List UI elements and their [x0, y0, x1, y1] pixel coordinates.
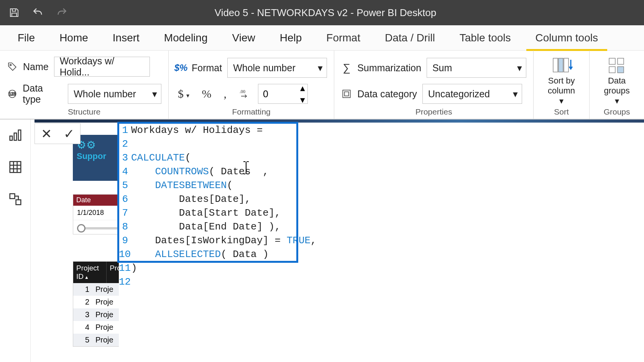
slicer-header: Date [73, 195, 126, 206]
code-line[interactable]: 6 Dates[Date], [119, 192, 644, 206]
undo-button[interactable] [31, 6, 44, 19]
sigma-icon: ∑ [341, 62, 352, 73]
menu-tabletools[interactable]: Table tools [447, 25, 523, 50]
chevron-down-icon: ▾ [513, 88, 518, 100]
group-label-sort: Sort [540, 107, 582, 119]
ribbon-group-formatting: $% Format Whole number ▾ $ ▾ % , .00 [169, 51, 334, 119]
svg-rect-14 [10, 136, 12, 140]
code-line[interactable]: 5 DATESBETWEEN( [119, 179, 644, 192]
canvas-area: ⚙⚙ Suppor Date 1/1/2018 Project ID▲ Proj… [0, 120, 644, 362]
svg-rect-6 [345, 92, 349, 96]
menu-format[interactable]: Format [314, 25, 373, 50]
line-number: 3 [119, 151, 131, 165]
menu-insert[interactable]: Insert [100, 25, 152, 50]
code-line[interactable]: 2 [119, 137, 644, 151]
menu-modeling[interactable]: Modeling [152, 25, 220, 50]
currency-button[interactable]: $ ▾ [176, 87, 192, 101]
table-row[interactable]: 1Proje [73, 283, 126, 296]
group-label-groups: Groups [596, 107, 637, 119]
table-row[interactable]: 3Proje [73, 308, 126, 321]
table-row[interactable]: 4Proje [73, 321, 126, 334]
slider-thumb[interactable] [77, 224, 85, 233]
chevron-down-icon: ▾ [318, 62, 323, 74]
line-number: 5 [119, 179, 131, 192]
code-line[interactable]: 1Workdays w/ Holidays = [119, 123, 644, 137]
svg-rect-8 [559, 58, 563, 72]
svg-rect-7 [553, 58, 558, 72]
menu-view[interactable]: View [220, 25, 268, 50]
menubar: File Home Insert Modeling View Help Form… [0, 25, 644, 51]
code-line[interactable]: 10 ALLSELECTED( Data ) [119, 247, 644, 261]
format-icon: $% [176, 62, 186, 73]
redo-button[interactable] [55, 6, 68, 19]
code-text: Dates[IsWorkingDay] = TRUE, [131, 234, 317, 247]
save-button[interactable] [8, 6, 21, 19]
ribbon-group-sort: Sort by column ▾ Sort [534, 51, 590, 119]
code-line[interactable]: 9 Dates[IsWorkingDay] = TRUE, [119, 234, 644, 247]
code-line[interactable]: 7 Data[Start Date], [119, 206, 644, 220]
svg-rect-11 [618, 58, 624, 64]
datatype-select[interactable]: Whole number ▾ [68, 84, 161, 104]
line-number: 8 [119, 220, 131, 234]
groups-icon [607, 56, 627, 74]
group-label-structure: Structure [7, 107, 161, 119]
menu-home[interactable]: Home [47, 25, 100, 50]
col-project-id[interactable]: Project ID▲ [73, 262, 107, 283]
menu-datadrill[interactable]: Data / Drill [373, 25, 447, 50]
line-number: 11 [119, 261, 131, 275]
svg-text:.00: .00 [240, 89, 245, 94]
slicer-value[interactable]: 1/1/2018 [73, 206, 126, 220]
sort-by-column-button[interactable]: Sort by column ▾ [540, 54, 582, 106]
code-line[interactable]: 3CALCULATE( [119, 151, 644, 165]
svg-rect-9 [564, 58, 568, 72]
report-canvas[interactable]: ⚙⚙ Suppor Date 1/1/2018 Project ID▲ Proj… [31, 120, 644, 362]
decimals-input[interactable]: 0 ▴▾ [258, 84, 308, 104]
code-text: Data[Start Date], [131, 206, 281, 220]
decimals-button[interactable]: .00 [237, 88, 253, 100]
datatype-label: Data type [23, 83, 62, 105]
sort-icon [552, 56, 572, 74]
thousands-button[interactable]: , [221, 87, 229, 101]
menu-help[interactable]: Help [268, 25, 314, 50]
code-line[interactable]: 12 [119, 275, 644, 289]
canvas-strip [34, 120, 644, 123]
slicer-slider[interactable] [73, 220, 126, 234]
formula-editor[interactable]: 1Workdays w/ Holidays = 23CALCULATE(4 CO… [119, 123, 644, 358]
bg-text: Suppor [77, 151, 106, 161]
code-text: COUNTROWS( Dates , [131, 165, 269, 179]
datacategory-select[interactable]: Uncategorized ▾ [422, 84, 522, 104]
model-view-button[interactable] [7, 191, 24, 208]
spin-controls[interactable]: ▴▾ [300, 82, 305, 105]
data-groups-button[interactable]: Data groups ▾ [596, 54, 637, 106]
line-number: 2 [119, 137, 131, 151]
percent-button[interactable]: % [199, 87, 214, 101]
code-line[interactable]: 8 Data[End Date] ), [119, 220, 644, 234]
line-number: 12 [119, 275, 131, 289]
format-select[interactable]: Whole number ▾ [227, 58, 327, 78]
date-slicer[interactable]: Date 1/1/2018 [73, 194, 127, 234]
code-line[interactable]: 11) [119, 261, 644, 275]
code-text: CALCULATE( [131, 151, 191, 165]
table-row[interactable]: 5Proje [73, 334, 126, 346]
svg-text:123: 123 [9, 92, 16, 96]
name-input[interactable]: Workdays w/ Holid... [54, 57, 150, 77]
tag-icon [7, 61, 18, 72]
commit-formula-button[interactable]: ✓ [64, 126, 74, 141]
background-visual[interactable]: ⚙⚙ Suppor [73, 135, 127, 181]
code-line[interactable]: 4 COUNTROWS( Dates , [119, 165, 644, 179]
svg-rect-16 [18, 130, 20, 140]
table-visual[interactable]: Project ID▲ Proj 1Proje2Proje3Proje4Proj… [73, 261, 127, 347]
chevron-down-icon: ▾ [517, 62, 522, 74]
group-label-formatting: Formatting [176, 107, 327, 119]
data-view-button[interactable] [7, 159, 24, 175]
svg-rect-5 [343, 90, 350, 98]
cancel-formula-button[interactable]: ✕ [41, 126, 52, 141]
summarization-select[interactable]: Sum ▾ [427, 58, 526, 78]
menu-file[interactable]: File [5, 25, 47, 50]
report-view-button[interactable] [7, 126, 24, 143]
datatype-icon: 123 [7, 88, 17, 99]
menu-columntools[interactable]: Column tools [523, 25, 610, 50]
table-row[interactable]: 2Proje [73, 296, 126, 308]
chevron-down-icon: ▾ [152, 88, 157, 100]
ribbon-group-groups: Data groups ▾ Groups [590, 51, 644, 119]
